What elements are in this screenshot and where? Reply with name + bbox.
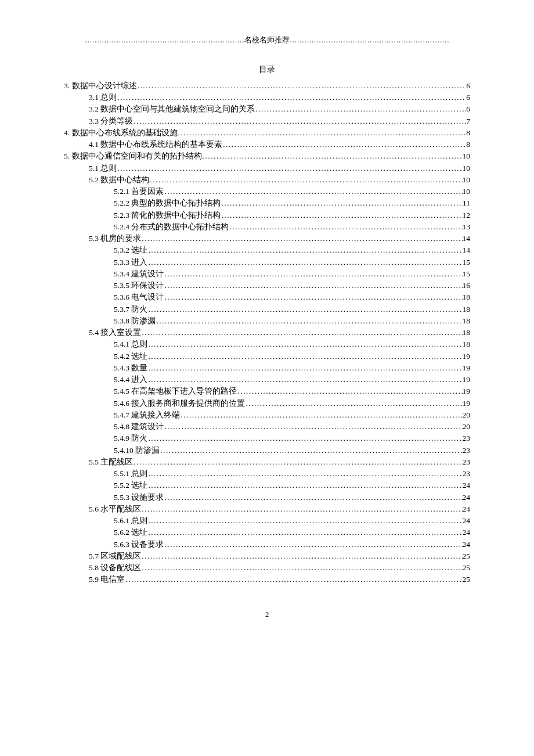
toc-entry-label: 5.9 电信室 [89, 574, 125, 585]
toc-entry-label: 5.2.2 典型的数据中心拓扑结构 [114, 197, 221, 209]
toc-entry-label: 5.2.1 首要因素 [114, 186, 164, 197]
toc-entry-leader: ........................................… [147, 374, 462, 386]
toc-entry-leader: ........................................… [156, 315, 462, 327]
toc-entry: 5.5.2 选址................................… [64, 480, 470, 491]
toc-title: 目录 [64, 63, 470, 75]
toc-entry-page: 6 [466, 103, 470, 115]
toc-entry: 5.7 区域配线区...............................… [64, 550, 470, 562]
toc-entry-label: 5.6 水平配线区 [89, 503, 141, 515]
header-text: 名校名师推荐 [244, 36, 290, 44]
toc-entry-label: 3.2 数据中心空间与其他建筑物空间之间的关系 [89, 103, 255, 115]
toc-entry-label: 5.3.7 防火 [114, 304, 147, 315]
toc-entry: 5.6.3 设备要求..............................… [64, 539, 470, 550]
toc-entry-label: 5.4.10 防渗漏 [114, 445, 160, 456]
toc-entry-page: 13 [463, 221, 471, 233]
toc-entry-page: 23 [463, 468, 471, 480]
toc-entry: 5.4.7 建筑接入终端............................… [64, 409, 470, 421]
toc-entry-leader: ........................................… [221, 210, 462, 221]
toc-entry-page: 23 [463, 456, 471, 468]
toc-entry: 5.2.2 典型的数据中心拓扑结构.......................… [64, 197, 470, 209]
toc-entry-label: 5.4.3 数量 [114, 362, 147, 374]
toc-entry: 3.3 分类等级................................… [64, 116, 470, 127]
toc-entry-page: 18 [463, 304, 471, 315]
toc-entry: 5.2 数据中心结构..............................… [64, 174, 470, 186]
toc-entry: 5.4.6 接入服务商和服务提供商的位置....................… [64, 398, 470, 409]
toc-entry: 5.3.6 电气设计..............................… [64, 291, 470, 303]
toc-entry-page: 25 [463, 550, 471, 562]
toc-entry-leader: ........................................… [178, 127, 467, 139]
toc-entry-page: 18 [463, 339, 471, 350]
toc-entry-page: 25 [463, 574, 471, 585]
toc-entry: 5.4.1 总则................................… [64, 339, 470, 350]
toc-entry-leader: ........................................… [125, 574, 462, 585]
toc-entry-label: 3.3 分类等级 [89, 116, 133, 127]
toc-entry-page: 14 [463, 233, 471, 244]
toc-entry-page: 24 [463, 539, 471, 550]
toc-entry-label: 5.8 设备配线区 [89, 562, 141, 574]
toc-entry-label: 5.3.4 建筑设计 [114, 268, 164, 280]
toc-entry-leader: ........................................… [202, 150, 463, 162]
toc-entry-leader: ........................................… [160, 445, 462, 456]
toc-entry-label: 5.2 数据中心结构 [89, 174, 149, 186]
toc-entry-page: 19 [463, 386, 471, 397]
toc-entry-leader: ........................................… [255, 103, 466, 115]
header-dots-right: ………………………………………………………… [290, 36, 449, 44]
toc-entry: 5.4.2 选址................................… [64, 351, 470, 362]
toc-entry: 5.4.5 在高架地板下进入导管的路径.....................… [64, 386, 470, 397]
toc-entry-label: 5.5 主配线区 [89, 456, 133, 468]
toc-entry-page: 12 [463, 210, 471, 221]
toc-entry-label: 5.3 机房的要求 [89, 233, 141, 244]
toc-entry-label: 3.1 总则 [89, 92, 117, 103]
toc-entry-page: 20 [463, 421, 471, 433]
toc-entry: 5.4.10 防渗漏..............................… [64, 445, 470, 456]
toc-entry-leader: ........................................… [164, 186, 462, 197]
toc-entry-label: 5.7 区域配线区 [89, 550, 141, 562]
toc-entry-leader: ........................................… [117, 163, 462, 174]
toc-entry-page: 10 [463, 174, 471, 186]
toc-entry-label: 5.4.2 选址 [114, 351, 147, 362]
toc-entry-leader: ........................................… [147, 362, 462, 374]
toc-entry: 3. 数据中心设计综述.............................… [64, 80, 470, 92]
toc-entry: 5.4.4 进入................................… [64, 374, 470, 386]
toc-entry: 5.3.8 防渗漏...............................… [64, 315, 470, 327]
toc-entry: 5.9 电信室.................................… [64, 574, 470, 585]
toc-entry-page: 19 [463, 398, 471, 409]
page-number: 2 [64, 609, 470, 620]
toc-entry: 4. 数据中心布线系统的基础设施........................… [64, 127, 470, 139]
toc-entry-page: 18 [463, 291, 471, 303]
toc-entry-leader: ........................................… [164, 280, 462, 291]
toc-entry-leader: ........................................… [164, 421, 462, 433]
toc-entry: 5.4.3 数量................................… [64, 362, 470, 374]
toc-entry-page: 23 [463, 433, 471, 444]
toc-entry-leader: ........................................… [133, 116, 466, 127]
toc-entry: 5.3.4 建筑设计..............................… [64, 268, 470, 280]
toc-entry-leader: ........................................… [147, 515, 462, 527]
toc-entry-leader: ........................................… [147, 257, 462, 268]
toc-entry-leader: ........................................… [147, 468, 462, 480]
toc-entry-leader: ........................................… [180, 409, 462, 421]
toc-entry-page: 18 [463, 327, 471, 339]
toc-entry: 5.6 水平配线区...............................… [64, 503, 470, 515]
toc-entry-leader: ........................................… [117, 92, 466, 103]
toc-entry-leader: ........................................… [141, 327, 462, 339]
toc-entry-leader: ........................................… [141, 503, 462, 515]
toc-entry: 5.2.4 分布式的数据中心拓扑结构......................… [64, 221, 470, 233]
toc-entry: 5.4.8 建筑设计..............................… [64, 421, 470, 433]
toc-entry-leader: ........................................… [149, 174, 462, 186]
toc-entry-label: 5.4.8 建筑设计 [114, 421, 164, 433]
toc-entry: 5.5.3 设施要求..............................… [64, 492, 470, 503]
toc-entry-leader: ........................................… [147, 527, 462, 538]
toc-entry-leader: ........................................… [137, 80, 467, 92]
toc-entry: 5.3 机房的要求...............................… [64, 233, 470, 244]
toc-entry-page: 10 [463, 186, 471, 197]
toc-entry-page: 15 [463, 257, 471, 268]
toc-entry-leader: ........................................… [147, 351, 462, 362]
toc-entry-leader: ........................................… [222, 139, 466, 150]
toc-entry-page: 6 [466, 92, 470, 103]
toc-entry-label: 5.4.4 进入 [114, 374, 147, 386]
toc-entry-label: 5.2.4 分布式的数据中心拓扑结构 [114, 221, 229, 233]
toc-entry-leader: ........................................… [221, 197, 463, 209]
toc-entry-label: 5.4.6 接入服务商和服务提供商的位置 [114, 398, 245, 409]
toc-entry-page: 23 [463, 445, 471, 456]
document-header: …………………………………………………………名校名师推荐………………………………… [64, 35, 470, 46]
